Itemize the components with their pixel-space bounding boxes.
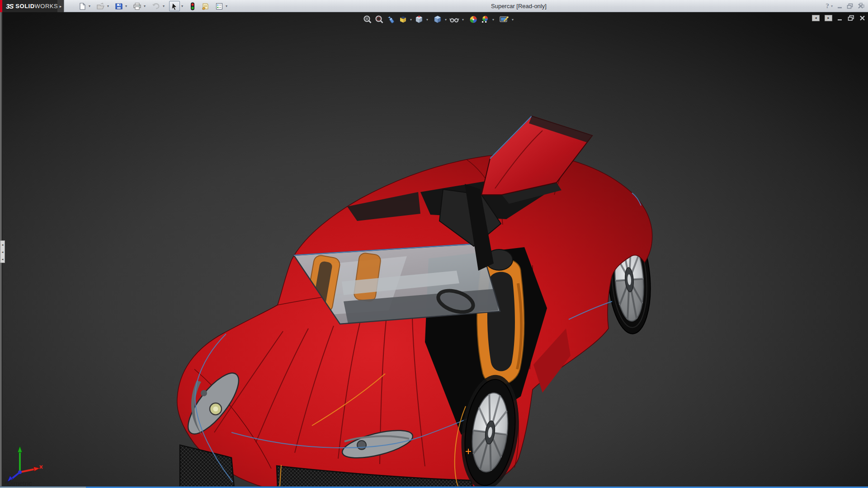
edit-appearance-ball-icon: [469, 15, 478, 24]
view-settings-icon: [499, 15, 509, 24]
view-settings-button[interactable]: [498, 14, 510, 25]
view-settings-dropdown[interactable]: ▾: [510, 18, 515, 22]
save-button[interactable]: [113, 1, 124, 11]
close-document-button[interactable]: [859, 15, 865, 21]
file-properties-button[interactable]: [200, 1, 211, 11]
collapse-pane-button[interactable]: ◂: [812, 15, 820, 21]
apply-scene-dropdown[interactable]: ▾: [491, 18, 495, 22]
section-view-icon: [398, 15, 407, 24]
feature-manager-collapsed-tab[interactable]: ◂ ◂ ◂: [0, 240, 5, 263]
apply-scene-button[interactable]: [479, 14, 491, 25]
zoom-to-fit-icon: [363, 15, 372, 24]
hide-show-items-button[interactable]: [448, 14, 461, 25]
select-dropdown-arrow-icon: ▾: [180, 4, 185, 8]
zoom-to-area-icon: [375, 15, 384, 24]
brand-mark: 3S: [6, 2, 13, 10]
edit-appearance-button[interactable]: [467, 14, 479, 25]
previous-view-icon: [387, 15, 396, 24]
title-bar: 3S SOLID WORKS ▸ ▾ ▾: [0, 0, 868, 12]
collapse-pane-arrow-icon: ◂: [815, 16, 816, 20]
save-floppy-icon: [115, 2, 123, 10]
help-button[interactable]: ?: [826, 2, 829, 10]
options-checklist-icon: [215, 2, 223, 10]
zoom-to-area-button[interactable]: [373, 14, 385, 25]
options-dropdown[interactable]: ▾: [225, 4, 229, 8]
rebuild-button[interactable]: [188, 1, 197, 11]
minimize-button[interactable]: [837, 3, 843, 9]
display-style-dropdown[interactable]: ▾: [425, 18, 429, 22]
expand-pane-arrow-icon: ▸: [827, 16, 829, 20]
rebuild-traffic-light-icon: [189, 2, 196, 10]
select-tool-dropdown[interactable]: ▾: [180, 1, 185, 11]
minimize-document-button[interactable]: [837, 15, 843, 21]
hide-show-items-dropdown[interactable]: ▾: [461, 18, 465, 22]
open-folder-icon: [96, 2, 105, 10]
file-properties-icon: [201, 2, 210, 10]
display-style-button[interactable]: [432, 14, 443, 25]
help-dropdown[interactable]: ▾: [831, 4, 833, 8]
open-button[interactable]: [95, 1, 106, 11]
apply-scene-icon: [481, 15, 490, 24]
display-style-cube-icon: [433, 15, 442, 24]
view-orientation-cube-icon: [415, 15, 424, 24]
new-document-button[interactable]: [77, 1, 88, 11]
window-title: Supercar [Read-only]: [491, 3, 547, 9]
3d-viewport-canvas[interactable]: [0, 12, 868, 488]
view-orientation-dropdown[interactable]: ▾: [409, 18, 413, 22]
print-icon: [133, 2, 142, 10]
restore-button[interactable]: [847, 3, 854, 9]
standard-toolbar: ▾ ▾ ▾ ▾: [77, 0, 229, 12]
bottom-window-edge: [0, 486, 868, 488]
options-button[interactable]: [214, 1, 225, 11]
select-tool-button[interactable]: [169, 1, 180, 11]
undo-button[interactable]: [150, 1, 162, 11]
panel-tab-arrow-icon: ◂: [2, 258, 4, 261]
window-controls: ? ▾: [826, 0, 863, 12]
save-dropdown[interactable]: ▾: [124, 4, 129, 8]
brand-name-light: WORKS: [35, 3, 58, 9]
print-button[interactable]: [132, 1, 143, 11]
menu-flyout-arrow-icon: ▸: [60, 4, 62, 9]
panel-tab-arrow-icon: ◂: [2, 250, 4, 253]
restore-document-button[interactable]: [848, 15, 854, 21]
brand-name-bold: SOLID: [15, 3, 34, 9]
orientation-triad: [3, 442, 43, 483]
panel-tab-arrow-icon: ◂: [2, 243, 4, 246]
section-view-button[interactable]: [397, 14, 409, 25]
new-document-icon: [78, 2, 86, 10]
undo-icon: [151, 2, 160, 10]
solidworks-logo: 3S SOLID WORKS: [2, 0, 57, 12]
graphics-area: ◂ ◂ ◂: [0, 12, 868, 488]
display-style-flyout[interactable]: ▾: [443, 18, 448, 22]
zoom-to-fit-button[interactable]: [362, 14, 373, 25]
expand-pane-button[interactable]: ▸: [825, 15, 832, 21]
hide-show-glasses-icon: [449, 15, 459, 24]
new-document-dropdown[interactable]: ▾: [88, 4, 92, 8]
view-orientation-button[interactable]: [413, 14, 425, 25]
heads-up-view-toolbar: ▾ ▾ ▾ ▾: [362, 14, 515, 25]
print-dropdown[interactable]: ▾: [143, 4, 147, 8]
open-dropdown[interactable]: ▾: [106, 4, 111, 8]
menu-flyout-button[interactable]: ▸: [57, 0, 64, 12]
undo-dropdown[interactable]: ▾: [162, 4, 166, 8]
document-window-controls: ◂ ▸: [812, 15, 865, 21]
select-cursor-icon: [170, 2, 179, 10]
previous-view-button[interactable]: [385, 14, 397, 25]
corner-partial-icon: [859, 2, 866, 9]
